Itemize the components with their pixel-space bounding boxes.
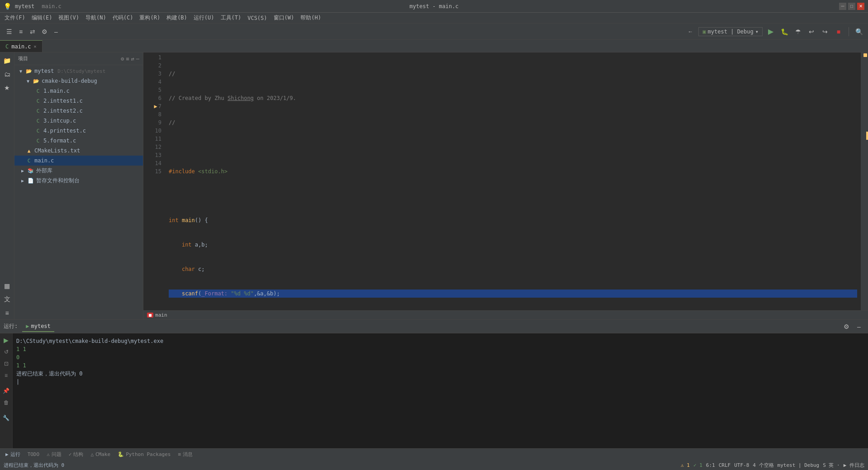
menu-help[interactable]: 帮助(H) <box>298 13 324 23</box>
menu-navigate[interactable]: 导航(N) <box>83 13 109 23</box>
toolbar-back-btn[interactable]: ← <box>685 26 696 37</box>
status-tab-messages[interactable]: ≡ 消息 <box>174 449 196 460</box>
code-editor[interactable]: // // Created by Zhu Shichong on 2023/1/… <box>165 52 861 310</box>
toolbar-btn-1[interactable]: ≡ <box>15 26 26 37</box>
menu-run[interactable]: 运行(U) <box>191 13 217 23</box>
menu-tools[interactable]: 工具(T) <box>218 13 244 23</box>
toolbar-settings-btn[interactable]: ⚙ <box>39 26 50 37</box>
bottom-restart-btn[interactable]: ↺ <box>1 347 11 357</box>
terminal-prompt: | <box>16 378 864 386</box>
tree-file-1main[interactable]: C 1.main.c <box>14 86 143 96</box>
project-header-icon-1[interactable]: ⚙ <box>121 56 124 62</box>
toolbar-btn-5[interactable]: ↪ <box>820 26 830 37</box>
debug-config-selector[interactable]: ▣ mytest | Debug ▾ <box>698 27 763 36</box>
run-button[interactable]: ▶ <box>765 26 776 37</box>
chevron-down-icon: ▾ <box>755 28 759 35</box>
bottom-tabs-left: 运行: ▶ mytest <box>4 321 54 332</box>
project-header-icon-4[interactable]: – <box>136 56 139 62</box>
editor-content[interactable]: 1 2 3 4 5 6 ▶ 7 8 9 10 11 12 13 14 15 <box>143 52 868 310</box>
status-encoding[interactable]: UTF-8 <box>734 462 749 468</box>
cmake-tab-label: CMake <box>95 451 110 457</box>
tree-file-4printtest[interactable]: C 4.printtest.c <box>14 126 143 136</box>
tab-main-c[interactable]: C main.c ✕ <box>0 40 43 52</box>
status-tab-cmake[interactable]: △ CMake <box>87 450 114 459</box>
bottom-stop-btn[interactable]: ⊡ <box>1 359 11 369</box>
external-libs-icon: 📚 <box>27 168 34 174</box>
terminal-output[interactable]: D:\CStudy\mytest\cmake-build-debug\mytes… <box>13 333 868 448</box>
bottom-settings-btn[interactable]: ⚙ <box>841 321 852 332</box>
menu-window[interactable]: 窗口(W) <box>271 13 297 23</box>
maximize-button[interactable]: □ <box>848 3 855 10</box>
minimize-button[interactable]: ─ <box>839 3 846 10</box>
tree-file-mainc[interactable]: C main.c <box>14 156 143 166</box>
status-warning-count[interactable]: ⚠ 1 <box>681 462 690 468</box>
ln-7: ▶ 7 <box>147 102 161 110</box>
bottom-close-btn[interactable]: – <box>854 321 864 332</box>
sidebar-bookmark-icon[interactable]: ★ <box>1 81 14 94</box>
menu-code[interactable]: 代码(C) <box>110 13 136 23</box>
window-title: mytest - main.c <box>409 3 458 9</box>
tree-cmake-build-debug[interactable]: ▼ 📂 cmake-build-debug <box>14 76 143 86</box>
status-check-count[interactable]: ✓ 1 <box>693 462 702 468</box>
cmake-tab-icon: △ <box>90 451 94 457</box>
sidebar-structure-icon[interactable]: 🗂 <box>1 68 14 81</box>
bottom-run-btn[interactable]: ▶ <box>1 335 11 345</box>
sidebar-bottom-2[interactable]: 文 <box>1 293 14 306</box>
status-exit-message: 进程已结束，退出代码为 0 <box>4 462 64 469</box>
status-tab-python[interactable]: 🐍 Python Packages <box>114 450 174 459</box>
ln-9: 9 <box>147 119 161 127</box>
bottom-list-btn[interactable]: ≡ <box>1 370 11 380</box>
tree-cmakelists-label: CMakeLists.txt <box>34 147 80 154</box>
menu-edit[interactable]: 编辑(E) <box>29 13 55 23</box>
status-tab-run[interactable]: ▶ 运行 <box>2 449 24 460</box>
coverage-button[interactable]: ☂ <box>792 26 803 37</box>
menu-refactor[interactable]: 重构(R) <box>137 13 163 23</box>
bottom-tab-mytest[interactable]: ▶ mytest <box>22 321 54 332</box>
tree-file-3intcup[interactable]: C 3.intcup.c <box>14 116 143 126</box>
close-button[interactable]: ✕ <box>857 3 864 10</box>
toolbar-btn-3[interactable]: – <box>51 26 62 37</box>
status-event-log[interactable]: ▶ 件日志 <box>844 462 864 469</box>
code-line-5: #include <stdio.h> <box>169 167 857 176</box>
status-tab-problems[interactable]: ⚠ 问题 <box>43 449 65 460</box>
tab-label: main.c <box>11 43 31 50</box>
toolbar-btn-2[interactable]: ⇄ <box>27 26 38 37</box>
ln-12: 12 <box>147 143 161 151</box>
toolbar-stop-button[interactable]: ■ <box>833 26 844 37</box>
menu-build[interactable]: 构建(B) <box>164 13 190 23</box>
toolbar-btn-4[interactable]: ↩ <box>806 26 817 37</box>
sidebar-bottom-1[interactable]: ▦ <box>1 280 14 292</box>
status-tab-todo[interactable]: TODO <box>24 450 43 459</box>
bottom-trash-btn[interactable]: 🗑 <box>1 398 11 408</box>
debug-run-button[interactable]: 🐛 <box>779 26 790 37</box>
tree-file-2inttest2[interactable]: C 2.inttest2.c <box>14 106 143 116</box>
tree-scratch[interactable]: ▶ 📄 暂存文件和控制台 <box>14 176 143 185</box>
tree-root-mytest[interactable]: ▼ 📂 mytest D:\CStudy\mytest <box>14 66 143 76</box>
menu-file[interactable]: 文件(F) <box>2 13 28 23</box>
status-tab-structure[interactable]: ✓ 结构 <box>65 449 87 460</box>
status-line-ending[interactable]: CRLF <box>719 462 731 468</box>
c-file-icon-5: C <box>34 128 42 134</box>
project-header-icon-2[interactable]: ≡ <box>126 56 129 62</box>
c-file-icon: C <box>34 88 42 94</box>
menu-view[interactable]: 视图(V) <box>56 13 82 23</box>
toolbar-project-btn[interactable]: ☰ <box>4 26 14 37</box>
status-spaces[interactable]: 4 个空格 <box>753 462 773 469</box>
bottom-pin-btn[interactable]: 📌 <box>1 386 11 396</box>
tree-cmakelists[interactable]: ▲ CMakeLists.txt <box>14 146 143 156</box>
bottom-status-tabs: ▶ 运行 TODO ⚠ 问题 ✓ 结构 △ CMake 🐍 Python Pac… <box>0 448 868 460</box>
sidebar-project-icon[interactable]: 📁 <box>1 54 14 67</box>
ln-6: 6 <box>147 94 161 102</box>
menu-vcs[interactable]: VCS(S) <box>245 14 270 22</box>
cmake-folder-icon: 📂 <box>33 78 40 84</box>
tree-file-5format[interactable]: C 5.format.c <box>14 136 143 146</box>
tree-file-2inttest1[interactable]: C 2.inttest1.c <box>14 96 143 106</box>
tab-close-icon[interactable]: ✕ <box>34 44 37 49</box>
search-button[interactable]: 🔍 <box>854 26 864 37</box>
bottom-wrench-btn[interactable]: 🔧 <box>1 413 11 423</box>
tree-external-libs[interactable]: ▶ 📚 外部库 <box>14 166 143 176</box>
project-panel-title: 项目 <box>18 55 28 62</box>
status-bar-right: ⚠ 1 ✓ 1 6:1 CRLF UTF-8 4 个空格 mytest | De… <box>681 462 864 469</box>
project-header-icon-3[interactable]: ⇄ <box>131 56 134 62</box>
sidebar-bottom-3[interactable]: ≡ <box>1 307 14 319</box>
